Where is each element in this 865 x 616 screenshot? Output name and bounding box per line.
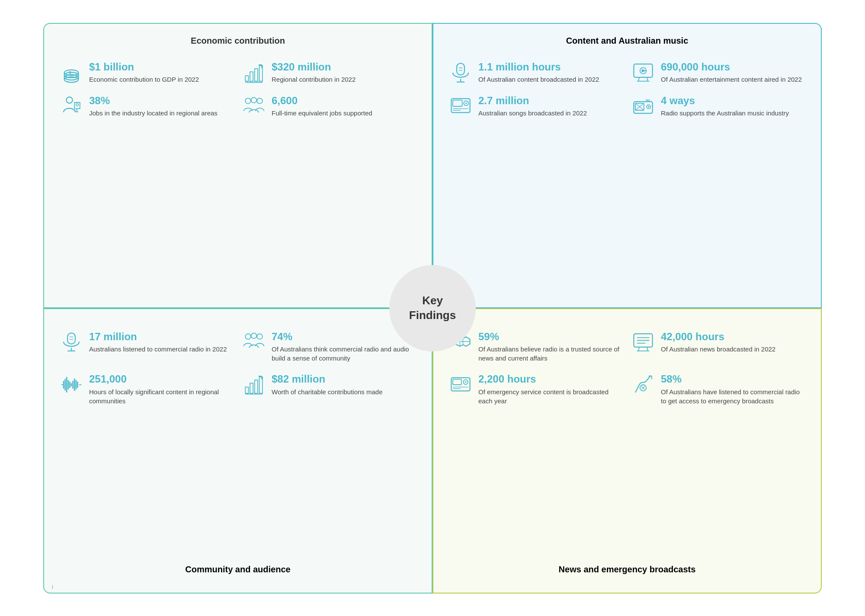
stat-251k: 251,000 Hours of locally significant con…	[60, 373, 234, 405]
stat-1b-desc: Economic contribution to GDP in 2022	[89, 75, 199, 84]
stat-82m-desc: Worth of charitable contributions made	[272, 387, 383, 396]
svg-point-12	[251, 97, 257, 103]
svg-rect-49	[453, 380, 461, 385]
svg-point-20	[465, 102, 467, 104]
stat-320m-text: $320 million Regional contribution in 20…	[272, 61, 356, 84]
stat-6600-desc: Full-time equivalent jobs supported	[272, 109, 372, 118]
svg-rect-43	[245, 387, 248, 393]
stat-82m-text: $82 million Worth of charitable contribu…	[272, 373, 383, 396]
emergency-icon	[631, 373, 655, 396]
quadrant-news-stats: 59% Of Australians believe radio is a tr…	[449, 331, 805, 406]
radio-dial-icon	[631, 95, 655, 118]
stat-38pct: 38% Jobs in the industry located in regi…	[60, 95, 234, 118]
stat-251k-desc: Hours of locally significant content in …	[89, 387, 234, 405]
stat-38pct-text: 38% Jobs in the industry located in regi…	[89, 95, 218, 118]
stat-38pct-value: 38%	[89, 95, 218, 107]
stat-2-7m: 2.7 million Australian songs broadcasted…	[449, 95, 623, 118]
stat-82m-value: $82 million	[272, 373, 383, 386]
monitor2-icon	[631, 331, 655, 354]
footer-note: i	[52, 584, 53, 590]
stat-59pct: 59% Of Australians believe radio is a tr…	[449, 331, 623, 363]
stat-320m-value: $320 million	[272, 61, 356, 73]
stat-42k-text: 42,000 hours Of Australian news broadcas…	[661, 331, 775, 354]
stat-690k-value: 690,000 hours	[661, 61, 802, 73]
svg-rect-7	[255, 69, 258, 81]
stat-42k-desc: Of Australian news broadcasted in 2022	[661, 345, 775, 354]
stat-1b-text: $1 billion Economic contribution to GDP …	[89, 61, 199, 84]
stat-320m-desc: Regional contribution in 2022	[272, 75, 356, 84]
mic-icon	[449, 61, 472, 84]
music-player2-icon	[449, 373, 472, 396]
stat-58pct-desc: Of Australians have listened to commerci…	[661, 387, 805, 405]
quadrant-community: 17 million Australians listened to comme…	[43, 308, 432, 594]
stat-1b-value: $1 billion	[89, 61, 199, 73]
stat-6600: 6,600 Full-time equivalent jobs supporte…	[242, 95, 416, 118]
stat-2200h-desc: Of emergency service content is broadcas…	[478, 387, 623, 405]
stat-42k-value: 42,000 hours	[661, 331, 775, 343]
stat-2200h-value: 2,200 hours	[478, 373, 623, 386]
person-region-icon	[60, 95, 83, 118]
stat-1-1m-desc: Of Australian content broadcasted in 202…	[478, 75, 599, 84]
chart-up-icon	[242, 61, 266, 84]
stat-58pct-text: 58% Of Australians have listened to comm…	[661, 373, 805, 405]
quadrant-content-label: Content and Australian music	[433, 32, 821, 56]
svg-rect-5	[245, 76, 248, 81]
stat-690k-text: 690,000 hours Of Australian entertainmen…	[661, 61, 802, 84]
quadrant-content-stats: 1.1 million hours Of Australian content …	[449, 61, 805, 118]
stat-2-7m-text: 2.7 million Australian songs broadcasted…	[478, 95, 587, 118]
svg-point-30	[257, 334, 263, 339]
stat-4ways-value: 4 ways	[661, 95, 789, 107]
svg-point-26	[648, 106, 650, 108]
stat-1b: $ $1 billion Economic contribution to GD…	[60, 61, 234, 84]
stat-59pct-desc: Of Australians believe radio is a truste…	[478, 345, 623, 363]
svg-rect-14	[457, 63, 465, 75]
stat-4ways-text: 4 ways Radio supports the Australian mus…	[661, 95, 789, 118]
stat-17m-desc: Australians listened to commercial radio…	[89, 345, 227, 354]
stat-2-7m-desc: Australian songs broadcasted in 2022	[478, 109, 587, 118]
stat-320m: $320 million Regional contribution in 20…	[242, 61, 416, 84]
stat-1-1m: 1.1 million hours Of Australian content …	[449, 61, 623, 84]
svg-rect-6	[250, 72, 253, 81]
people2-icon	[242, 331, 266, 354]
svg-point-51	[465, 381, 467, 383]
stat-17m: 17 million Australians listened to comme…	[60, 331, 234, 363]
center-text: Key Findings	[409, 294, 456, 323]
quadrant-community-stats: 17 million Australians listened to comme…	[60, 331, 416, 406]
svg-rect-45	[255, 380, 258, 393]
svg-text:$: $	[69, 70, 71, 74]
stat-74pct-value: 74%	[272, 331, 416, 343]
stat-4ways: 4 ways Radio supports the Australian mus…	[631, 95, 805, 118]
stat-2-7m-value: 2.7 million	[478, 95, 587, 107]
stat-58pct-value: 58%	[661, 373, 805, 386]
quadrant-news: 59% Of Australians believe radio is a tr…	[432, 308, 822, 594]
stat-2200h-text: 2,200 hours Of emergency service content…	[478, 373, 623, 405]
people-icon	[242, 95, 266, 118]
quadrant-economic: Economic contribution	[43, 23, 432, 308]
waveform-icon	[60, 373, 83, 396]
stat-4ways-desc: Radio supports the Australian music indu…	[661, 109, 789, 118]
stat-82m: $82 million Worth of charitable contribu…	[242, 373, 416, 405]
stat-59pct-value: 59%	[478, 331, 623, 343]
stat-58pct: 58% Of Australians have listened to comm…	[631, 373, 805, 405]
svg-point-29	[251, 333, 257, 338]
svg-point-28	[245, 334, 251, 339]
quadrant-news-label: News and emergency broadcasts	[433, 560, 821, 585]
stat-6600-text: 6,600 Full-time equivalent jobs supporte…	[272, 95, 372, 118]
svg-point-11	[245, 98, 251, 104]
stat-690k-desc: Of Australian entertainment content aire…	[661, 75, 802, 84]
stat-38pct-desc: Jobs in the industry located in regional…	[89, 109, 218, 118]
stat-17m-value: 17 million	[89, 331, 227, 343]
svg-rect-27	[67, 333, 75, 344]
svg-rect-46	[260, 377, 263, 393]
music-player-icon	[449, 95, 472, 118]
mic2-icon	[60, 331, 83, 354]
quadrant-economic-label: Economic contribution	[44, 32, 432, 56]
chart-up2-icon	[242, 373, 266, 396]
svg-rect-48	[451, 378, 470, 391]
stat-59pct-text: 59% Of Australians believe radio is a tr…	[478, 331, 623, 363]
svg-point-9	[66, 97, 72, 103]
stat-42k: 42,000 hours Of Australian news broadcas…	[631, 331, 805, 363]
stat-1-1m-value: 1.1 million hours	[478, 61, 599, 73]
stat-251k-value: 251,000	[89, 373, 234, 386]
stat-251k-text: 251,000 Hours of locally significant con…	[89, 373, 234, 405]
